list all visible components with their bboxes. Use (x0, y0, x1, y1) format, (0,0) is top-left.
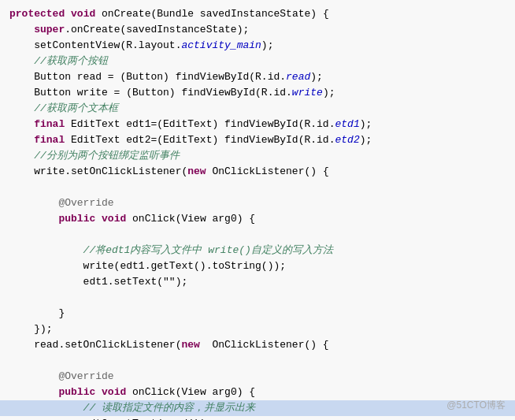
code-line (0, 290, 515, 306)
code-line: edt2.setText(read()); (0, 416, 515, 420)
code-line: final EditText edt2=(EditText) findViewB… (0, 132, 515, 148)
code-line: // 读取指定文件的内容，并显示出来 (0, 400, 515, 416)
code-line: //将edt1内容写入文件中 write()自定义的写入方法 (0, 243, 515, 258)
code-line: public void onClick(View arg0) { (0, 385, 515, 400)
code-line: write(edt1.getText().toString()); (0, 258, 515, 274)
watermark: @51CTO博客 (446, 399, 506, 412)
code-line: //获取两个文本框 (0, 101, 515, 117)
code-line (0, 180, 515, 195)
code-line: write.setOnClickListener(new OnClickList… (0, 164, 515, 180)
code-line: @Override (0, 195, 515, 211)
code-editor: protected void onCreate(Bundle savedInst… (0, 0, 515, 420)
code-content: protected void onCreate(Bundle savedInst… (0, 6, 515, 420)
code-line: read.setOnClickListener(new OnClickListe… (0, 337, 515, 353)
code-line: @Override (0, 369, 515, 385)
code-line: final EditText edt1=(EditText) findViewB… (0, 117, 515, 132)
code-line (0, 227, 515, 243)
code-line: edt1.setText(""); (0, 274, 515, 290)
code-line: public void onClick(View arg0) { (0, 211, 515, 227)
code-line: super.onCreate(savedInstanceState); (0, 22, 515, 38)
code-line: //获取两个按钮 (0, 54, 515, 69)
code-line: setContentView(R.layout.activity_main); (0, 38, 515, 54)
code-line: Button read = (Button) findViewById(R.id… (0, 69, 515, 85)
code-line: //分别为两个按钮绑定监听事件 (0, 148, 515, 164)
code-line: } (0, 306, 515, 322)
code-line (0, 353, 515, 369)
code-line: protected void onCreate(Bundle savedInst… (0, 6, 515, 22)
code-line: Button write = (Button) findViewById(R.i… (0, 85, 515, 101)
code-line: }); (0, 322, 515, 337)
